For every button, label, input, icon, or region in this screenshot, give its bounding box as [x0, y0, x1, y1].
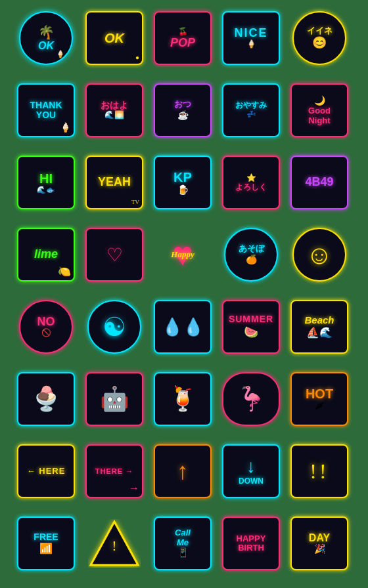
sticker-label: OK — [38, 40, 54, 52]
sticker-label: HI — [39, 171, 53, 186]
sticker-label: YEAH — [98, 176, 131, 189]
sticker-label: 4B49 — [305, 176, 333, 189]
sticker-no[interactable]: NO 🚫 — [14, 295, 78, 358]
sticker-oyasumi[interactable]: おやすみ 💤 — [219, 79, 283, 142]
sticker-yoroshiku[interactable]: ⭐ よろしく — [219, 151, 283, 214]
sticker-arrow-up[interactable]: ↑ — [151, 440, 214, 503]
sticker-label: Beach — [304, 315, 334, 326]
sticker-summer[interactable]: SUMMER 🍉 — [219, 295, 283, 358]
sticker-robot[interactable]: 🤖 — [83, 368, 146, 430]
sticker-grid: 🌴 OK 🍦 OK ● 🍒 POP NICE 🍦 イイネ 😊 THANKYOU — [8, 0, 360, 588]
sticker-label: POP — [170, 37, 195, 50]
sticker-label: よろしく — [235, 183, 267, 192]
sticker-label: SUMMER — [229, 314, 273, 324]
sticker-label: DAY — [309, 532, 330, 544]
sticker-4b49[interactable]: 4B49 — [288, 151, 351, 214]
sticker-drink[interactable]: 🍹 — [151, 368, 214, 430]
sticker-nice[interactable]: NICE 🍦 — [219, 7, 283, 70]
sticker-label: FREE — [34, 532, 58, 542]
sticker-pop[interactable]: 🍒 POP — [151, 7, 214, 70]
sticker-yinyang[interactable]: ☯ — [83, 295, 146, 358]
sticker-label: おはよ — [101, 100, 128, 110]
sticker-label: おつ — [174, 100, 191, 109]
sticker-down[interactable]: ↓ DOWN — [219, 440, 283, 503]
sticker-warning[interactable]: ! — [83, 512, 146, 575]
sticker-label: イイネ — [307, 26, 333, 35]
sticker-label: DOWN — [239, 477, 264, 486]
sticker-iine[interactable]: イイネ 😊 — [288, 7, 351, 70]
sticker-smile[interactable]: ☺ — [288, 223, 351, 286]
sticker-label: ← HERE — [27, 467, 66, 476]
sticker-ok-yellow[interactable]: OK ● — [83, 7, 146, 70]
sticker-kp[interactable]: KP 🍺 — [151, 151, 214, 214]
sticker-callme[interactable]: CallMe 📱 — [151, 512, 214, 575]
sticker-label: THANKYOU — [30, 100, 62, 121]
sticker-label: NO — [37, 316, 55, 329]
sticker-label: NICE — [234, 27, 267, 40]
sticker-label: lime — [34, 248, 58, 261]
sticker-exclamation[interactable]: !! — [288, 440, 351, 503]
sticker-free-wifi[interactable]: FREE 📶 — [14, 512, 78, 575]
sticker-asobo[interactable]: あそぼ 🍊 — [219, 223, 283, 286]
sticker-label: あそぼ — [239, 244, 264, 253]
sticker-hot[interactable]: HOT 🌶 — [288, 368, 351, 430]
sticker-goodnight[interactable]: 🌙 GoodNight — [288, 79, 351, 142]
sticker-there[interactable]: THERE → → — [83, 440, 146, 503]
sticker-flamingo[interactable]: 🦩 — [219, 368, 283, 430]
sticker-happybirth[interactable]: HAPPYBIRTH — [219, 512, 283, 575]
sticker-water[interactable]: 💧💧 — [151, 295, 214, 358]
sticker-label: CallMe — [175, 528, 191, 547]
sticker-otsu[interactable]: おつ ☕ — [151, 79, 214, 142]
sticker-hi[interactable]: HI 🌊🐟 — [14, 151, 78, 214]
sticker-ohayo[interactable]: おはよ 🌊🌅 — [83, 79, 146, 142]
sticker-thankyou[interactable]: THANKYOU 🍦 — [14, 79, 78, 142]
sticker-label: THERE → — [95, 467, 133, 475]
sticker-heart-small[interactable]: ♡ — [83, 223, 146, 286]
sticker-day[interactable]: DAY 🎉 — [288, 512, 351, 575]
sticker-label: GoodNight — [308, 106, 331, 125]
sticker-beach[interactable]: Beach ⛵🌊 — [288, 295, 351, 358]
sticker-happy-heart[interactable]: ♥ Happy — [151, 223, 214, 286]
sticker-label: おやすみ — [235, 101, 267, 110]
sticker-icecream[interactable]: 🍨 — [14, 368, 78, 430]
sticker-label: HOT — [306, 387, 333, 401]
sticker-label: OK — [104, 31, 124, 45]
sticker-lime[interactable]: lime 🍋 — [14, 223, 78, 286]
sticker-here[interactable]: ← HERE — [14, 440, 78, 503]
sticker-ok-palm[interactable]: 🌴 OK 🍦 — [14, 7, 78, 70]
sticker-label: HAPPYBIRTH — [237, 534, 266, 553]
sticker-yeah[interactable]: YEAH TV — [83, 151, 146, 214]
sticker-label: KP — [173, 170, 192, 184]
